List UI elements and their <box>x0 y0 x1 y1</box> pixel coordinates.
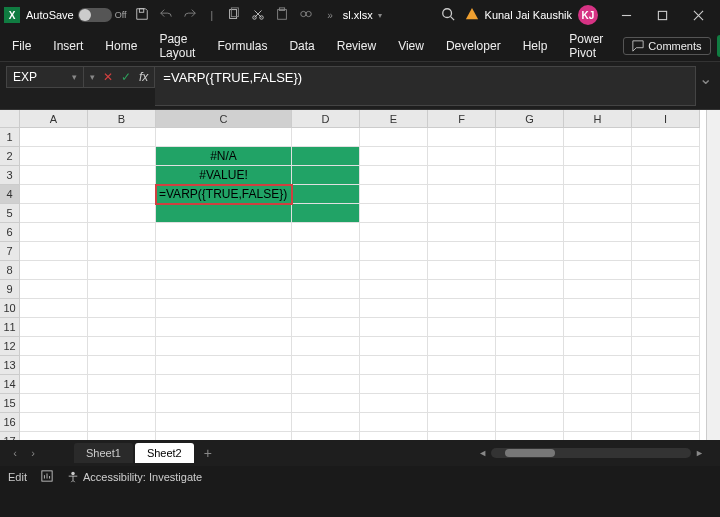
cell-B12[interactable] <box>88 337 156 356</box>
cell-I10[interactable] <box>632 299 700 318</box>
cell-D13[interactable] <box>292 356 360 375</box>
cell-D6[interactable] <box>292 223 360 242</box>
cell-E8[interactable] <box>360 261 428 280</box>
cell-H12[interactable] <box>564 337 632 356</box>
filename-area[interactable]: sl.xlsx ▾ <box>343 9 382 21</box>
cell-H5[interactable] <box>564 204 632 223</box>
row-header-3[interactable]: 3 <box>0 166 20 185</box>
cell-F4[interactable] <box>428 185 496 204</box>
cell-D7[interactable] <box>292 242 360 261</box>
cell-C3[interactable]: #VALUE! <box>156 166 292 185</box>
cell-G11[interactable] <box>496 318 564 337</box>
add-sheet-button[interactable]: + <box>204 445 212 461</box>
row-header-14[interactable]: 14 <box>0 375 20 394</box>
cell-F8[interactable] <box>428 261 496 280</box>
row-header-13[interactable]: 13 <box>0 356 20 375</box>
row-header-7[interactable]: 7 <box>0 242 20 261</box>
comments-button[interactable]: Comments <box>623 37 710 55</box>
accessibility-button[interactable]: Accessibility: Investigate <box>67 471 202 483</box>
cell-A1[interactable] <box>20 128 88 147</box>
horizontal-scrollbar[interactable]: ◄ ► <box>212 448 714 458</box>
cell-E7[interactable] <box>360 242 428 261</box>
cell-E2[interactable] <box>360 147 428 166</box>
cell-G8[interactable] <box>496 261 564 280</box>
cell-D9[interactable] <box>292 280 360 299</box>
cell-C5[interactable] <box>156 204 292 223</box>
cell-D2[interactable] <box>292 147 360 166</box>
cell-G16[interactable] <box>496 413 564 432</box>
cell-F14[interactable] <box>428 375 496 394</box>
expand-formula-bar-icon[interactable]: ⌄ <box>696 66 714 88</box>
col-header-A[interactable]: A <box>20 110 88 128</box>
save-icon[interactable] <box>135 7 149 23</box>
accept-formula-icon[interactable]: ✓ <box>121 70 131 84</box>
cell-I12[interactable] <box>632 337 700 356</box>
tab-insert[interactable]: Insert <box>51 35 85 57</box>
cell-H17[interactable] <box>564 432 632 440</box>
hscroll-left-icon[interactable]: ◄ <box>478 448 487 458</box>
cell-F9[interactable] <box>428 280 496 299</box>
cell-I14[interactable] <box>632 375 700 394</box>
cell-D1[interactable] <box>292 128 360 147</box>
cell-A3[interactable] <box>20 166 88 185</box>
cell-E5[interactable] <box>360 204 428 223</box>
sheet-nav-next-icon[interactable]: › <box>24 447 42 459</box>
cell-E14[interactable] <box>360 375 428 394</box>
cell-H15[interactable] <box>564 394 632 413</box>
tab-review[interactable]: Review <box>335 35 378 57</box>
cell-F6[interactable] <box>428 223 496 242</box>
cells-area[interactable]: #N/A#VALUE!=VARP({TRUE,FALSE}) <box>20 128 700 440</box>
sheet-tab-1[interactable]: Sheet1 <box>74 443 133 463</box>
cell-B10[interactable] <box>88 299 156 318</box>
minimize-button[interactable] <box>608 1 644 29</box>
cell-E17[interactable] <box>360 432 428 440</box>
cell-B4[interactable] <box>88 185 156 204</box>
cell-C2[interactable]: #N/A <box>156 147 292 166</box>
user-area[interactable]: Kunal Jai Kaushik KJ <box>465 5 598 25</box>
cell-E15[interactable] <box>360 394 428 413</box>
cell-D17[interactable] <box>292 432 360 440</box>
cell-E12[interactable] <box>360 337 428 356</box>
stats-icon[interactable] <box>41 470 53 484</box>
row-header-10[interactable]: 10 <box>0 299 20 318</box>
cell-G13[interactable] <box>496 356 564 375</box>
cell-I4[interactable] <box>632 185 700 204</box>
cell-E11[interactable] <box>360 318 428 337</box>
tab-page-layout[interactable]: Page Layout <box>157 28 197 64</box>
cell-A6[interactable] <box>20 223 88 242</box>
cell-C6[interactable] <box>156 223 292 242</box>
row-header-6[interactable]: 6 <box>0 223 20 242</box>
cell-G1[interactable] <box>496 128 564 147</box>
cell-G6[interactable] <box>496 223 564 242</box>
cell-A17[interactable] <box>20 432 88 440</box>
cell-I17[interactable] <box>632 432 700 440</box>
cell-H10[interactable] <box>564 299 632 318</box>
cell-F13[interactable] <box>428 356 496 375</box>
row-header-9[interactable]: 9 <box>0 280 20 299</box>
cell-I1[interactable] <box>632 128 700 147</box>
sheet-tab-2[interactable]: Sheet2 <box>135 443 194 463</box>
cell-F15[interactable] <box>428 394 496 413</box>
formula-input[interactable]: =VARP({TRUE,FALSE}) <box>155 66 696 106</box>
hscroll-right-icon[interactable]: ► <box>695 448 704 458</box>
cell-C14[interactable] <box>156 375 292 394</box>
cell-B5[interactable] <box>88 204 156 223</box>
copy-icon[interactable] <box>227 7 241 23</box>
cell-E16[interactable] <box>360 413 428 432</box>
cell-D15[interactable] <box>292 394 360 413</box>
col-header-G[interactable]: G <box>496 110 564 128</box>
cell-I16[interactable] <box>632 413 700 432</box>
cell-H11[interactable] <box>564 318 632 337</box>
cell-D14[interactable] <box>292 375 360 394</box>
qat-overflow-icon[interactable]: » <box>327 10 333 21</box>
cell-H16[interactable] <box>564 413 632 432</box>
row-header-1[interactable]: 1 <box>0 128 20 147</box>
tab-home[interactable]: Home <box>103 35 139 57</box>
cell-B6[interactable] <box>88 223 156 242</box>
cell-D10[interactable] <box>292 299 360 318</box>
col-header-F[interactable]: F <box>428 110 496 128</box>
tab-data[interactable]: Data <box>287 35 316 57</box>
name-box[interactable]: EXP ▾ <box>6 66 84 88</box>
cell-A16[interactable] <box>20 413 88 432</box>
cell-G10[interactable] <box>496 299 564 318</box>
